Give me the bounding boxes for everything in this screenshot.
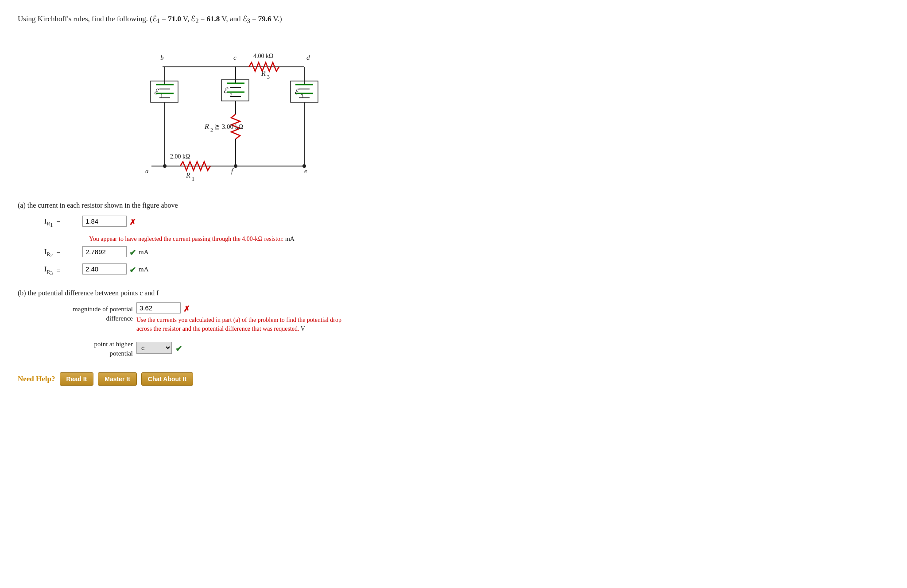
svg-point-41	[302, 164, 306, 168]
higher-potential-desc: point at higher potential	[44, 337, 133, 358]
higher-potential-select[interactable]: c f	[136, 342, 172, 354]
ir1-input[interactable]: 1.84	[82, 216, 127, 227]
svg-text:3: 3	[267, 74, 270, 80]
higher-potential-correct-icon: ✔	[175, 344, 182, 354]
ir2-correct-icon: ✔	[129, 248, 136, 258]
svg-text:R: R	[261, 70, 266, 77]
svg-text:ℰ: ℰ	[154, 88, 159, 96]
svg-text:ℰ: ℰ	[223, 86, 229, 95]
ir1-row: IR1 = 1.84 ✗	[44, 216, 436, 229]
part-a-label: (a) the current in each resistor shown i…	[18, 201, 436, 209]
problem-statement: Using Kirchhoff's rules, find the follow…	[18, 13, 436, 26]
svg-text:2: 2	[230, 92, 233, 98]
svg-text:f: f	[231, 167, 234, 174]
svg-text:e: e	[304, 167, 307, 174]
read-it-button[interactable]: Read It	[60, 372, 94, 386]
svg-text:a: a	[145, 167, 149, 174]
chat-about-it-button[interactable]: Chat About It	[141, 372, 193, 386]
svg-text:4.00 kΩ: 4.00 kΩ	[253, 53, 273, 59]
ir2-input[interactable]: 2.7892	[82, 246, 127, 257]
svg-text:d: d	[306, 54, 310, 61]
part-b-label: (b) the potential difference between poi…	[18, 289, 436, 297]
ir3-label: IR3 =	[44, 263, 80, 277]
ir2-row: IR2 = 2.7892 ✔ mA	[44, 246, 436, 259]
master-it-button[interactable]: Master It	[98, 372, 137, 386]
svg-text:3: 3	[301, 93, 303, 99]
svg-text:c: c	[233, 54, 236, 61]
ir3-row: IR3 = 2.40 ✔ mA	[44, 263, 436, 277]
svg-text:ℰ: ℰ	[294, 88, 299, 96]
ir2-unit: mA	[139, 248, 149, 256]
svg-text:R: R	[204, 123, 209, 130]
ir1-label: IR1 =	[44, 216, 80, 229]
ir2-label: IR2 =	[44, 246, 80, 259]
magnitude-error: Use the currents you calculated in part …	[136, 316, 349, 333]
svg-text:1: 1	[160, 93, 163, 99]
ir3-correct-icon: ✔	[129, 265, 136, 275]
ir1-error: You appear to have neglected the current…	[89, 235, 295, 244]
need-help-row: Need Help? Read It Master It Chat About …	[18, 372, 436, 386]
ir1-incorrect-icon: ✗	[129, 217, 136, 227]
part-a-section: (a) the current in each resistor shown i…	[18, 201, 436, 277]
svg-text:2: 2	[210, 127, 213, 133]
svg-text:≧ 3.00 kΩ: ≧ 3.00 kΩ	[214, 123, 243, 130]
need-help-label: Need Help?	[18, 375, 55, 383]
svg-text:1: 1	[192, 176, 194, 182]
svg-text:2.00 kΩ: 2.00 kΩ	[170, 153, 190, 160]
svg-text:b: b	[160, 54, 164, 61]
magnitude-input[interactable]: 3.62	[136, 302, 181, 313]
ir3-unit: mA	[139, 266, 149, 273]
part-b-section: (b) the potential difference between poi…	[18, 289, 436, 358]
magnitude-desc: magnitude of potential difference	[44, 302, 133, 323]
magnitude-incorrect-icon: ✗	[183, 304, 190, 314]
svg-text:R: R	[186, 171, 190, 179]
ir3-input[interactable]: 2.40	[82, 263, 127, 275]
circuit-diagram: b c d a f e ℰ 1 ℰ 2	[18, 37, 436, 187]
